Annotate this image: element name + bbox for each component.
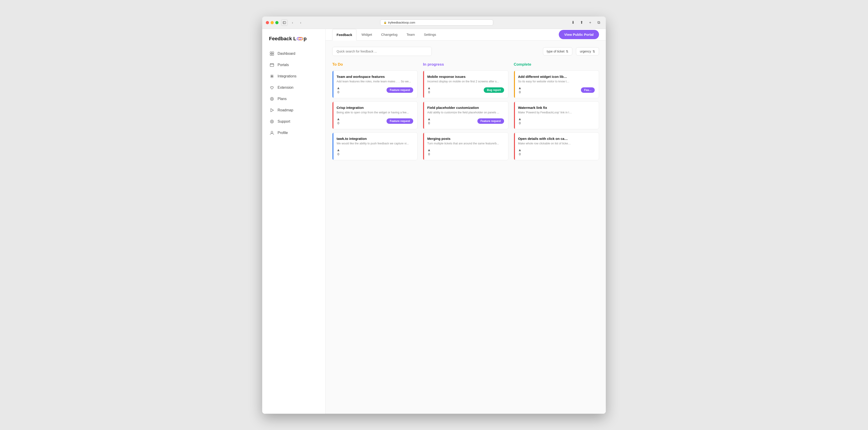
vote-section: ▲ 0	[518, 86, 522, 94]
view-public-portal-button[interactable]: View Public Portal	[559, 30, 599, 39]
card-desc: Incorrect display on mobile on the first…	[427, 80, 504, 83]
card-4[interactable]: Mobile response issues Incorrect display…	[423, 70, 508, 98]
download-button[interactable]: ⬇	[569, 19, 577, 26]
card-title: Crisp integration	[337, 106, 413, 110]
card-footer: ▲ 0	[337, 148, 413, 156]
share-button[interactable]: ⬆	[578, 19, 585, 26]
card-title: Mobile response issues	[427, 75, 504, 79]
traffic-lights	[266, 21, 278, 24]
svg-rect-8	[270, 64, 274, 66]
svg-point-21	[271, 121, 273, 122]
lock-icon: 🔒	[383, 21, 387, 24]
sidebar-item-profile[interactable]: Profile	[266, 127, 322, 138]
column-cards-complete: Add different widget icon lib… So its ea…	[514, 70, 599, 160]
main-content: Feedback Widget Changelog Team Settings …	[326, 29, 606, 414]
column-complete: Complete Add different widget icon lib… …	[514, 62, 599, 160]
type-of-ticket-filter[interactable]: type of ticket ⇅	[543, 47, 572, 55]
card-footer: ▲ 0	[518, 148, 595, 156]
logo-loop-icon	[296, 36, 304, 41]
card-2[interactable]: Crisp integration Being able to open cri…	[332, 102, 417, 129]
vote-count: 0	[428, 121, 430, 125]
dashboard-icon	[270, 51, 274, 56]
close-button[interactable]	[266, 21, 269, 24]
sidebar-item-label: Dashboard	[278, 52, 295, 56]
upvote-button[interactable]: ▲	[337, 148, 340, 152]
tab-feedback[interactable]: Feedback	[332, 29, 356, 40]
column-header-todo: To Do	[332, 62, 417, 67]
card-footer: ▲ 0 Fea…	[518, 86, 595, 94]
url-bar[interactable]: 🔒 tryfeedbackloop.com	[380, 20, 493, 26]
maximize-button[interactable]	[275, 21, 278, 24]
sidebar-item-portals[interactable]: Portals	[266, 60, 322, 70]
card-desc: We would like the ability to push feedba…	[337, 142, 413, 145]
sidebar-item-label: Roadmap	[278, 108, 293, 112]
column-header-complete: Complete	[514, 62, 599, 67]
card-7[interactable]: Add different widget icon lib… So its ea…	[514, 70, 599, 98]
card-desc: Turn multiple tickets that are around th…	[427, 142, 504, 145]
tab-team[interactable]: Team	[402, 29, 419, 40]
urgency-filter[interactable]: urgency ⇅	[576, 47, 599, 55]
column-cards-todo: Team and workspace features Add team fea…	[332, 70, 417, 160]
vote-section: ▲ 0	[518, 117, 522, 125]
sidebar-item-label: Integrations	[278, 74, 297, 78]
card-footer: ▲ 0 Feature request	[337, 117, 413, 125]
tab-settings[interactable]: Settings	[420, 29, 440, 40]
sidebar-item-label: Plans	[278, 97, 287, 101]
urgency-filter-label: urgency	[580, 50, 591, 53]
search-input[interactable]	[332, 47, 432, 56]
type-filter-label: type of ticket	[547, 50, 565, 53]
column-header-inprogress: In progress	[423, 62, 508, 67]
type-filter-chevron-icon: ⇅	[566, 50, 568, 53]
vote-count: 0	[519, 121, 521, 125]
upvote-button[interactable]: ▲	[337, 117, 340, 121]
upvote-button[interactable]: ▲	[427, 86, 431, 90]
back-button[interactable]: ‹	[289, 20, 296, 26]
vote-section: ▲ 0	[337, 148, 340, 156]
minimize-button[interactable]	[271, 21, 274, 24]
toolbar: type of ticket ⇅ urgency ⇅	[332, 47, 599, 56]
upvote-button[interactable]: ▲	[518, 117, 522, 121]
vote-count: 0	[338, 121, 339, 125]
card-6[interactable]: Merging posts Turn multiple tickets that…	[423, 133, 508, 160]
card-1[interactable]: Team and workspace features Add team fea…	[332, 70, 417, 98]
sidebar-item-integrations[interactable]: Integrations	[266, 71, 322, 82]
card-title: Field placeholder customization	[427, 106, 504, 110]
sidebar-item-support[interactable]: Support	[266, 116, 322, 127]
vote-count: 0	[519, 152, 521, 156]
sidebar-item-plans[interactable]: Plans	[266, 94, 322, 104]
card-3[interactable]: tawk.to integration We would like the ab…	[332, 133, 417, 160]
tabs-button[interactable]: ⧉	[595, 19, 602, 26]
card-desc: Being able to open crisp from the widget…	[337, 111, 413, 114]
sidebar-item-roadmap[interactable]: Roadmap	[266, 105, 322, 115]
vote-count: 0	[428, 90, 430, 94]
forward-button[interactable]: ›	[298, 20, 304, 26]
upvote-button[interactable]: ▲	[337, 86, 340, 90]
tab-changelog[interactable]: Changelog	[377, 29, 402, 40]
column-inprogress: In progress Mobile response issues Incor…	[423, 62, 508, 160]
upvote-button[interactable]: ▲	[427, 117, 431, 121]
tag-feature-request: Feature request	[386, 118, 413, 124]
card-title: tawk.to integration	[337, 137, 413, 141]
card-footer: ▲ 0	[518, 117, 595, 125]
upvote-button[interactable]: ▲	[518, 148, 522, 152]
profile-icon	[270, 131, 274, 135]
sidebar-item-dashboard[interactable]: Dashboard	[266, 49, 322, 59]
new-tab-button[interactable]: +	[587, 19, 594, 26]
extension-icon	[270, 85, 274, 90]
card-5[interactable]: Field placeholder customization Add abil…	[423, 102, 508, 129]
upvote-button[interactable]: ▲	[518, 86, 522, 90]
nav-tabs: Feedback Widget Changelog Team Settings	[332, 29, 440, 40]
card-8[interactable]: Watermark link fix Make 'Powerd by Feedb…	[514, 102, 599, 129]
sidebar-item-extension[interactable]: Extension	[266, 82, 322, 93]
card-desc: Make whole row clickable on list of tick…	[518, 142, 595, 145]
app-layout: Feedback L p	[262, 29, 606, 414]
upvote-button[interactable]: ▲	[427, 148, 431, 152]
card-9[interactable]: Open details with click on ca… Make whol…	[514, 133, 599, 160]
urgency-filter-chevron-icon: ⇅	[592, 50, 595, 53]
browser-actions: ⬇ ⬆ + ⧉	[569, 19, 602, 26]
sidebar-toggle-button[interactable]	[281, 20, 287, 26]
card-title: Open details with click on ca…	[518, 137, 595, 141]
card-title: Merging posts	[427, 137, 504, 141]
tag-bug-report: Bug report	[484, 87, 504, 93]
tab-widget[interactable]: Widget	[358, 29, 376, 40]
